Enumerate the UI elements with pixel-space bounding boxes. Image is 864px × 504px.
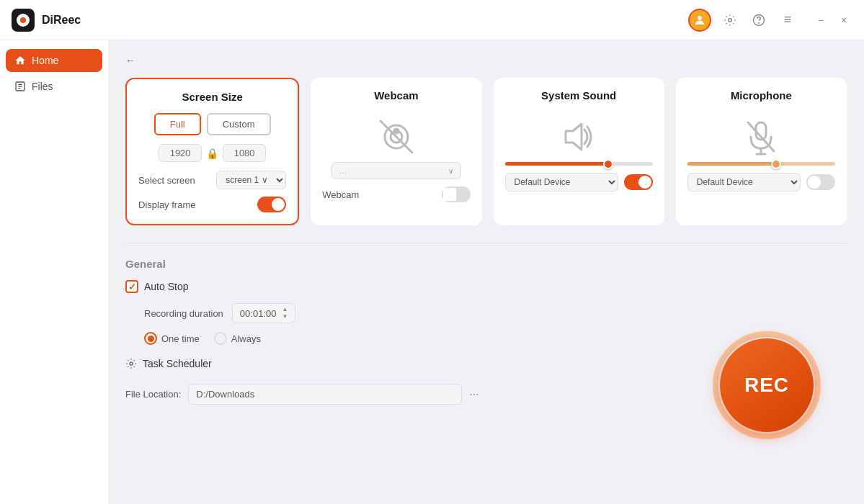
titlebar-actions: ≡ − × <box>688 9 852 32</box>
webcam-icon <box>375 115 418 158</box>
app-title: DiReec <box>42 14 81 27</box>
avatar-icon[interactable] <box>688 9 711 32</box>
webcam-card: Webcam ... ∨ Webcam <box>311 78 481 225</box>
radio-one-time-circle <box>144 332 157 345</box>
height-input[interactable]: 1080 <box>223 144 266 162</box>
menu-icon[interactable]: ≡ <box>778 10 798 30</box>
auto-stop-label: Auto Stop <box>144 281 189 292</box>
content-area: ← Screen Size Full Custom 1920 🔒 1080 Se… <box>108 40 864 504</box>
system-sound-toggle[interactable] <box>624 174 653 190</box>
recording-duration-row: Recording duration 00:01:00 ▲ ▼ <box>125 303 847 323</box>
radio-one-time[interactable]: One time <box>144 332 200 345</box>
webcam-icon-area <box>322 112 470 162</box>
back-button[interactable]: ← <box>125 55 135 66</box>
display-frame-toggle[interactable] <box>257 197 286 212</box>
resolution-row: 1920 🔒 1080 <box>138 144 286 162</box>
webcam-toggle-row: Webcam <box>322 186 470 202</box>
display-frame-row: Display frame <box>138 197 286 212</box>
system-sound-device-row: Default Device <box>505 173 653 192</box>
screen-select[interactable]: screen 1 ∨ <box>216 171 286 189</box>
custom-size-button[interactable]: Custom <box>207 113 271 135</box>
system-sound-card: System Sound Default De <box>494 78 664 225</box>
close-button[interactable]: × <box>835 12 852 29</box>
main-layout: Home Files ← Screen Size Full Custom 192… <box>0 40 864 504</box>
lock-icon: 🔒 <box>206 148 218 159</box>
rec-button-area: REC <box>713 331 821 439</box>
file-path-display: D:/Downloads <box>188 384 462 405</box>
recording-duration-label: Recording duration <box>144 308 223 319</box>
microphone-card: Microphone <box>676 78 847 225</box>
system-sound-device-select[interactable]: Default Device <box>505 173 618 192</box>
duration-down[interactable]: ▼ <box>282 314 288 320</box>
system-sound-slider[interactable] <box>505 162 653 166</box>
radio-always[interactable]: Always <box>214 332 261 345</box>
system-sound-icon-area <box>505 112 653 162</box>
size-buttons: Full Custom <box>138 113 286 135</box>
rec-outer-ring: REC <box>713 331 821 439</box>
microphone-device-select[interactable]: Default Device <box>687 173 801 192</box>
webcam-dropdown-row: ... ∨ <box>322 162 470 179</box>
microphone-icon-area <box>687 112 835 162</box>
help-icon[interactable] <box>749 10 769 30</box>
microphone-toggle[interactable] <box>806 174 835 190</box>
minimize-button[interactable]: − <box>812 12 829 29</box>
duration-spinners[interactable]: ▲ ▼ <box>282 307 288 320</box>
width-input[interactable]: 1920 <box>159 144 202 162</box>
svg-point-3 <box>759 22 760 23</box>
select-screen-row: Select screen screen 1 ∨ <box>138 171 286 189</box>
window-controls: − × <box>812 12 852 29</box>
full-size-button[interactable]: Full <box>154 113 201 135</box>
screen-size-title: Screen Size <box>138 91 286 103</box>
svg-point-1 <box>729 18 732 22</box>
screen-size-card: Screen Size Full Custom 1920 🔒 1080 Sele… <box>125 78 299 225</box>
auto-stop-row: ✓ Auto Stop <box>125 280 847 293</box>
rec-button[interactable]: REC <box>720 338 814 432</box>
sidebar: Home Files <box>0 40 108 504</box>
task-scheduler-icon <box>125 358 137 369</box>
file-browse-button[interactable]: ··· <box>469 388 478 401</box>
cards-row: Screen Size Full Custom 1920 🔒 1080 Sele… <box>125 78 847 225</box>
microphone-title: Microphone <box>687 89 835 102</box>
general-label: General <box>125 258 847 270</box>
sidebar-item-files[interactable]: Files <box>6 75 102 98</box>
auto-stop-checkbox[interactable]: ✓ <box>125 280 138 293</box>
speaker-icon <box>557 115 600 158</box>
duration-up[interactable]: ▲ <box>282 307 288 312</box>
webcam-title: Webcam <box>322 89 470 102</box>
settings-icon[interactable] <box>720 10 740 30</box>
svg-point-0 <box>698 16 702 20</box>
app-logo <box>12 9 35 32</box>
system-sound-title: System Sound <box>505 89 653 102</box>
radio-always-circle <box>214 332 227 345</box>
microphone-slider[interactable] <box>687 162 835 166</box>
svg-point-17 <box>130 362 133 365</box>
svg-marker-12 <box>566 124 582 150</box>
webcam-toggle[interactable] <box>442 186 471 202</box>
microphone-icon <box>739 115 783 158</box>
microphone-device-row: Default Device <box>687 173 835 192</box>
divider <box>125 243 847 243</box>
recording-duration-input[interactable]: 00:01:00 ▲ ▼ <box>232 303 296 323</box>
sidebar-item-home[interactable]: Home <box>6 49 102 72</box>
titlebar: DiReec ≡ − × <box>0 0 864 40</box>
